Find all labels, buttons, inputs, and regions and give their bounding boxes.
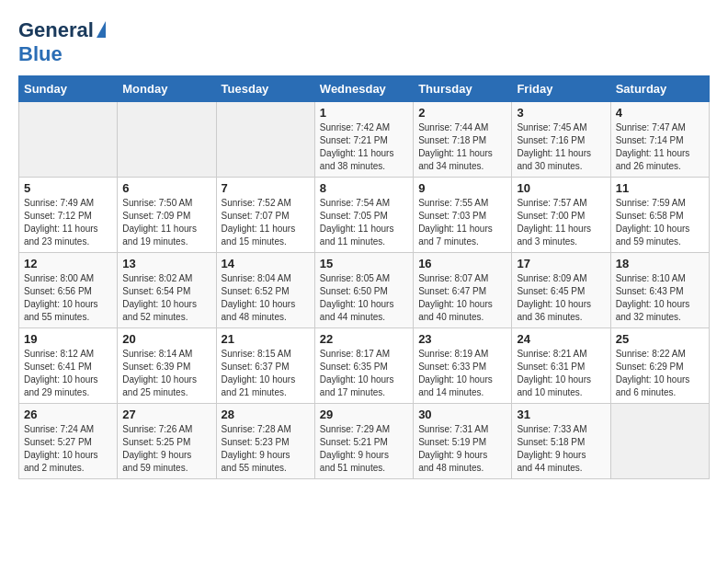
day-info: Sunrise: 8:17 AM Sunset: 6:35 PM Dayligh…: [320, 348, 408, 399]
day-info: Sunrise: 7:45 AM Sunset: 7:16 PM Dayligh…: [517, 121, 605, 173]
weekday-header-wednesday: Wednesday: [314, 76, 413, 102]
weekday-header-saturday: Saturday: [610, 76, 709, 102]
calendar-cell: 10Sunrise: 7:57 AM Sunset: 7:00 PM Dayli…: [512, 178, 610, 253]
logo-blue: Blue: [18, 42, 63, 65]
day-number: 19: [24, 332, 112, 346]
calendar-cell: 14Sunrise: 8:04 AM Sunset: 6:52 PM Dayli…: [216, 253, 314, 328]
calendar-cell: 4Sunrise: 7:47 AM Sunset: 7:14 PM Daylig…: [610, 102, 709, 178]
day-info: Sunrise: 8:04 AM Sunset: 6:52 PM Dayligh…: [222, 272, 310, 324]
day-number: 18: [616, 257, 704, 270]
calendar-cell: [118, 102, 216, 178]
calendar-cell: 5Sunrise: 7:49 AM Sunset: 7:12 PM Daylig…: [19, 178, 118, 253]
day-number: 5: [24, 181, 112, 195]
calendar-cell: 27Sunrise: 7:26 AM Sunset: 5:25 PM Dayli…: [118, 404, 216, 479]
day-number: 28: [222, 408, 310, 421]
weekday-header-tuesday: Tuesday: [216, 76, 314, 102]
day-number: 23: [418, 332, 506, 346]
weekday-header-thursday: Thursday: [414, 76, 512, 102]
day-number: 21: [222, 332, 310, 346]
day-info: Sunrise: 7:24 AM Sunset: 5:27 PM Dayligh…: [24, 423, 112, 475]
day-info: Sunrise: 8:15 AM Sunset: 6:37 PM Dayligh…: [222, 348, 310, 399]
day-number: 22: [320, 332, 408, 346]
day-number: 15: [320, 257, 408, 270]
day-number: 8: [320, 181, 408, 195]
day-info: Sunrise: 8:14 AM Sunset: 6:39 PM Dayligh…: [122, 348, 210, 399]
calendar-cell: 7Sunrise: 7:52 AM Sunset: 7:07 PM Daylig…: [216, 178, 314, 253]
day-info: Sunrise: 8:12 AM Sunset: 6:41 PM Dayligh…: [24, 348, 112, 399]
day-info: Sunrise: 8:05 AM Sunset: 6:50 PM Dayligh…: [320, 272, 408, 324]
day-number: 29: [320, 408, 408, 421]
weekday-header-friday: Friday: [512, 76, 610, 102]
day-info: Sunrise: 7:50 AM Sunset: 7:09 PM Dayligh…: [122, 197, 210, 248]
calendar-cell: 28Sunrise: 7:28 AM Sunset: 5:23 PM Dayli…: [216, 404, 314, 479]
calendar-cell: 31Sunrise: 7:33 AM Sunset: 5:18 PM Dayli…: [512, 404, 610, 479]
calendar-cell: 19Sunrise: 8:12 AM Sunset: 6:41 PM Dayli…: [19, 328, 118, 404]
calendar-cell: 26Sunrise: 7:24 AM Sunset: 5:27 PM Dayli…: [19, 404, 118, 479]
day-number: 11: [616, 181, 704, 195]
calendar-cell: 21Sunrise: 8:15 AM Sunset: 6:37 PM Dayli…: [216, 328, 314, 404]
calendar-cell: 15Sunrise: 8:05 AM Sunset: 6:50 PM Dayli…: [314, 253, 413, 328]
calendar-cell: [19, 102, 118, 178]
calendar-cell: 13Sunrise: 8:02 AM Sunset: 6:54 PM Dayli…: [118, 253, 216, 328]
calendar-cell: 22Sunrise: 8:17 AM Sunset: 6:35 PM Dayli…: [314, 328, 413, 404]
day-number: 4: [616, 106, 704, 120]
day-number: 2: [418, 106, 506, 120]
day-info: Sunrise: 7:47 AM Sunset: 7:14 PM Dayligh…: [616, 121, 704, 173]
day-info: Sunrise: 8:21 AM Sunset: 6:31 PM Dayligh…: [517, 348, 605, 399]
calendar-cell: [610, 404, 709, 479]
weekday-header-sunday: Sunday: [19, 76, 118, 102]
weekday-header-monday: Monday: [118, 76, 216, 102]
day-number: 6: [122, 181, 210, 195]
day-info: Sunrise: 8:02 AM Sunset: 6:54 PM Dayligh…: [122, 272, 210, 324]
day-info: Sunrise: 7:49 AM Sunset: 7:12 PM Dayligh…: [24, 197, 112, 248]
day-number: 27: [122, 408, 210, 421]
day-number: 24: [517, 332, 605, 346]
calendar-week-4: 19Sunrise: 8:12 AM Sunset: 6:41 PM Dayli…: [19, 328, 710, 404]
logo-triangle-icon: [97, 21, 106, 38]
calendar-cell: 6Sunrise: 7:50 AM Sunset: 7:09 PM Daylig…: [118, 178, 216, 253]
day-info: Sunrise: 7:57 AM Sunset: 7:00 PM Dayligh…: [517, 197, 605, 248]
calendar-cell: 24Sunrise: 8:21 AM Sunset: 6:31 PM Dayli…: [512, 328, 610, 404]
day-number: 3: [517, 106, 605, 120]
page-header: General Blue: [18, 18, 710, 66]
calendar-table: SundayMondayTuesdayWednesdayThursdayFrid…: [18, 75, 710, 479]
day-info: Sunrise: 7:52 AM Sunset: 7:07 PM Dayligh…: [222, 197, 310, 248]
calendar-cell: 29Sunrise: 7:29 AM Sunset: 5:21 PM Dayli…: [314, 404, 413, 479]
day-info: Sunrise: 7:26 AM Sunset: 5:25 PM Dayligh…: [122, 423, 210, 475]
day-info: Sunrise: 8:09 AM Sunset: 6:45 PM Dayligh…: [517, 272, 605, 324]
day-info: Sunrise: 7:55 AM Sunset: 7:03 PM Dayligh…: [418, 197, 506, 248]
calendar-cell: 20Sunrise: 8:14 AM Sunset: 6:39 PM Dayli…: [118, 328, 216, 404]
calendar-week-1: 1Sunrise: 7:42 AM Sunset: 7:21 PM Daylig…: [19, 102, 710, 178]
day-number: 9: [418, 181, 506, 195]
day-number: 25: [616, 332, 704, 346]
day-info: Sunrise: 7:59 AM Sunset: 6:58 PM Dayligh…: [616, 197, 704, 248]
day-number: 26: [24, 408, 112, 421]
calendar-cell: 16Sunrise: 8:07 AM Sunset: 6:47 PM Dayli…: [414, 253, 512, 328]
calendar-cell: 2Sunrise: 7:44 AM Sunset: 7:18 PM Daylig…: [414, 102, 512, 178]
calendar-cell: 23Sunrise: 8:19 AM Sunset: 6:33 PM Dayli…: [414, 328, 512, 404]
calendar-week-2: 5Sunrise: 7:49 AM Sunset: 7:12 PM Daylig…: [19, 178, 710, 253]
day-info: Sunrise: 7:29 AM Sunset: 5:21 PM Dayligh…: [320, 423, 408, 475]
calendar-cell: 11Sunrise: 7:59 AM Sunset: 6:58 PM Dayli…: [610, 178, 709, 253]
day-info: Sunrise: 7:28 AM Sunset: 5:23 PM Dayligh…: [222, 423, 310, 475]
day-info: Sunrise: 7:44 AM Sunset: 7:18 PM Dayligh…: [418, 121, 506, 173]
day-info: Sunrise: 7:54 AM Sunset: 7:05 PM Dayligh…: [320, 197, 408, 248]
day-info: Sunrise: 7:31 AM Sunset: 5:19 PM Dayligh…: [418, 423, 506, 475]
calendar-week-3: 12Sunrise: 8:00 AM Sunset: 6:56 PM Dayli…: [19, 253, 710, 328]
calendar-cell: 25Sunrise: 8:22 AM Sunset: 6:29 PM Dayli…: [610, 328, 709, 404]
day-info: Sunrise: 8:10 AM Sunset: 6:43 PM Dayligh…: [616, 272, 704, 324]
day-number: 16: [418, 257, 506, 270]
calendar-cell: 3Sunrise: 7:45 AM Sunset: 7:16 PM Daylig…: [512, 102, 610, 178]
day-number: 12: [24, 257, 112, 270]
calendar-cell: 12Sunrise: 8:00 AM Sunset: 6:56 PM Dayli…: [19, 253, 118, 328]
day-number: 1: [320, 106, 408, 120]
day-number: 14: [222, 257, 310, 270]
calendar-cell: 17Sunrise: 8:09 AM Sunset: 6:45 PM Dayli…: [512, 253, 610, 328]
calendar-cell: 30Sunrise: 7:31 AM Sunset: 5:19 PM Dayli…: [414, 404, 512, 479]
calendar-cell: 8Sunrise: 7:54 AM Sunset: 7:05 PM Daylig…: [314, 178, 413, 253]
day-info: Sunrise: 7:42 AM Sunset: 7:21 PM Dayligh…: [320, 121, 408, 173]
day-info: Sunrise: 8:00 AM Sunset: 6:56 PM Dayligh…: [24, 272, 112, 324]
logo-general: General: [18, 18, 94, 42]
day-number: 20: [122, 332, 210, 346]
calendar-week-5: 26Sunrise: 7:24 AM Sunset: 5:27 PM Dayli…: [19, 404, 710, 479]
